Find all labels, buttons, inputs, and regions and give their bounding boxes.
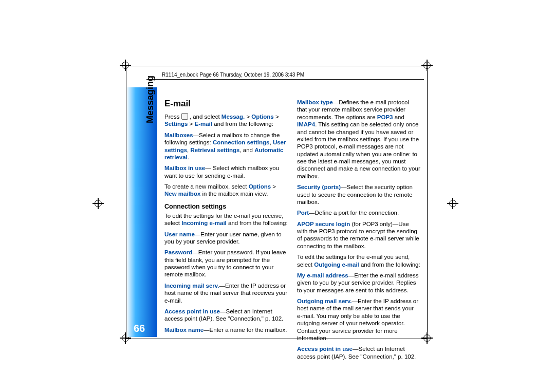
crop-mark [92,198,104,209]
body-text: APOP secure login (for POP3 only)—Use wi… [297,220,420,250]
protocol-term: POP3 [377,114,393,120]
setting-term: User name [164,231,195,237]
setting-term: APOP secure login [297,221,350,227]
setting-term: Security (ports) [297,184,341,190]
sidebar-gradient [126,87,157,337]
body-text: To edit the settings for the e-mail you … [164,212,288,227]
menu-path: E-mail [194,121,212,127]
body-text: Access point in use—Select an Internet a… [297,345,420,360]
menu-path: Options [249,183,271,190]
body-text: Security (ports)—Select the security opt… [297,183,420,206]
body-text: Port—Define a port for the connection. [297,209,420,216]
body-text: Incoming mail serv.—Enter the IP address… [164,282,288,304]
setting-term: Password [164,249,192,255]
body-text: Mailbox name—Enter a name for the mailbo… [164,326,288,333]
setting-term: Incoming e-mail [181,220,227,226]
crop-mark [447,198,458,209]
setting-term: Mailbox type [297,99,333,105]
page-title: E-mail [164,99,288,109]
setting-term: Access point in use [164,308,220,314]
section-label: Messaging [145,76,156,123]
menu-path: Settings [164,121,188,127]
body-text: Mailbox type—Defines the e-mail protocol… [297,99,420,180]
setting-term: Mailboxes [164,132,193,138]
setting-term: Incoming mail serv. [164,283,219,289]
setting-term: Outgoing mail serv. [297,298,352,304]
content-area: E-mail Press , and select Messag. > Opti… [164,99,421,364]
header-rule [146,79,424,80]
body-text: Press , and select Messag. > Options > S… [164,113,288,128]
setting-term: My e-mail address [297,272,348,278]
body-text: My e-mail address—Enter the e-mail addre… [297,272,420,294]
body-text: Mailboxes—Select a mailbox to change the… [164,132,288,161]
menu-path: Options [251,114,273,120]
menu-path: Messag. [221,114,245,120]
protocol-term: IMAP4 [297,121,315,127]
setting-term: Mailbox in use [164,165,205,171]
setting-term: Port [297,210,309,216]
body-text: User name—Enter your user name, given to… [164,231,288,246]
body-text: To edit the settings for the e-mail you … [297,253,420,268]
menu-key-icon [181,113,188,120]
setting-term: Outgoing e-mail [314,262,359,268]
column-right: Mailbox type—Defines the e-mail protocol… [297,99,420,364]
setting-term: Retrieval settings [190,147,239,153]
setting-term: Mailbox name [164,327,203,333]
menu-path: New mailbox [164,191,200,197]
body-text: Outgoing mail serv.—Enter the IP address… [297,297,420,342]
body-text: Mailbox in use— Select which mailbox you… [164,164,288,179]
setting-term: Access point in use [297,346,353,352]
subheading: Connection settings [164,203,288,210]
page-header: R1114_en.book Page 66 Thursday, October … [162,72,304,78]
body-text: Access point in use—Select an Internet a… [164,308,288,323]
body-text: To create a new mailbox, select Options … [164,183,288,198]
setting-term: Connection settings [213,139,270,145]
column-left: E-mail Press , and select Messag. > Opti… [164,99,288,364]
page-number: 66 [134,323,145,334]
body-text: Password—Enter your password. If you lea… [164,249,288,278]
